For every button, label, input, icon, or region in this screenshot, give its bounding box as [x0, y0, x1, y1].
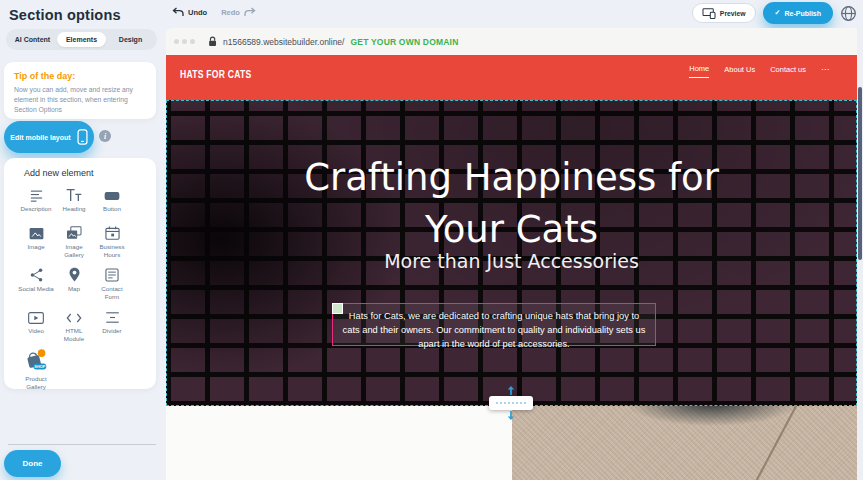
element-item-button[interactable]: Button: [93, 186, 131, 217]
business-hours-icon: [105, 224, 120, 240]
site-logo[interactable]: HATS FOR CATS: [180, 68, 251, 80]
add-element-card: Add new element Description Heading Butt…: [4, 158, 156, 389]
preview-scrollbar-track[interactable]: [857, 28, 863, 480]
add-element-title: Add new element: [24, 168, 94, 178]
element-label: Social Media: [18, 285, 53, 293]
resize-arrow-up-icon: [507, 386, 515, 395]
next-section-image[interactable]: [512, 406, 857, 480]
tab-design[interactable]: Design: [106, 32, 155, 47]
lock-icon: [208, 36, 217, 47]
element-label: Business Hours: [94, 243, 130, 259]
nav-more-icon[interactable]: ⋯: [821, 65, 829, 78]
element-item-video[interactable]: Video: [17, 308, 55, 343]
element-label: Button: [103, 205, 121, 213]
browser-dot: [190, 39, 195, 44]
panel-divider: [8, 444, 156, 445]
contact-form-icon: [105, 266, 119, 282]
page-title: Section options: [9, 7, 121, 23]
element-label: Divider: [102, 327, 121, 335]
nav-item-contact-us[interactable]: Contact us: [770, 65, 806, 78]
divider-icon: [105, 308, 120, 324]
element-item-map[interactable]: Map: [55, 266, 93, 301]
republish-button[interactable]: ✓ Re-Publish: [763, 2, 833, 24]
shop-badge-label: SHOP: [34, 364, 46, 369]
element-item-image-gallery[interactable]: Image Gallery: [55, 224, 93, 259]
undo-redo-group: Undo Redo: [172, 7, 256, 17]
hero-title[interactable]: Crafting Happiness for Your Cats: [277, 152, 747, 256]
hero-subtitle[interactable]: More than Just Accessories: [166, 250, 857, 272]
redo-icon: [244, 7, 256, 17]
browser-dot: [174, 39, 179, 44]
image-gallery-icon: [66, 224, 82, 240]
next-section-background[interactable]: [166, 406, 512, 480]
preview-button[interactable]: Preview: [692, 3, 756, 23]
preview-devices-icon: [702, 7, 716, 19]
info-icon[interactable]: i: [99, 130, 111, 142]
button-icon: [104, 186, 120, 202]
hero-section-selected[interactable]: Crafting Happiness for Your Cats More th…: [166, 100, 857, 406]
tip-title: Tip of the day:: [14, 71, 146, 81]
hero-paragraph-box-selected[interactable]: Hats for Cats, we are dedicated to craft…: [332, 303, 656, 346]
section-resize-widget: [486, 386, 536, 420]
site-url: n1566589.websitebuilder.online/: [223, 37, 344, 47]
tip-of-the-day-card: Tip of the day: Now you can add, move an…: [4, 62, 156, 119]
hero-paragraph: Hats for Cats, we are dedicated to craft…: [341, 310, 647, 352]
undo-label: Undo: [188, 8, 207, 17]
element-label: Image Gallery: [56, 243, 92, 259]
element-item-heading[interactable]: Heading: [55, 186, 93, 217]
element-label: Video: [28, 327, 44, 335]
element-label: Heading: [62, 205, 85, 213]
preview-scrollbar-thumb[interactable]: [858, 87, 862, 260]
app-root: Section options Undo Redo Preview ✓ Re-P…: [0, 0, 863, 480]
redo-label: Redo: [221, 8, 240, 17]
heading-icon: [66, 186, 82, 202]
element-item-html-module[interactable]: HTML Module: [55, 308, 93, 343]
site-header: HATS FOR CATS Home About Us Contact us ⋯: [166, 55, 857, 100]
resize-arrow-down-icon: [507, 411, 515, 420]
edit-mobile-layout-button[interactable]: Edit mobile layout: [4, 121, 94, 153]
checkmark-icon: ✓: [775, 9, 781, 17]
element-item-business-hours[interactable]: Business Hours: [93, 224, 131, 259]
video-icon: [28, 308, 44, 324]
done-button[interactable]: Done: [4, 450, 61, 477]
tab-ai-content[interactable]: AI Content: [8, 32, 57, 47]
element-item-social-media[interactable]: Social Media: [17, 266, 55, 301]
panel-tab-bar: AI Content Elements Design: [6, 29, 157, 50]
republish-label: Re-Publish: [784, 10, 821, 17]
map-icon: [68, 266, 81, 282]
preview-label: Preview: [720, 10, 746, 17]
undo-icon: [172, 7, 184, 17]
element-drag-handle[interactable]: [332, 303, 343, 314]
get-domain-link[interactable]: GET YOUR OWN DOMAIN: [350, 37, 458, 47]
globe-language-icon[interactable]: [840, 5, 857, 22]
element-label: Product Gallery: [18, 375, 54, 391]
image-icon: [29, 224, 44, 240]
social-media-icon: [29, 266, 44, 282]
browser-dot: [182, 39, 187, 44]
section-resize-handle[interactable]: [489, 396, 533, 410]
element-label: Description: [21, 205, 52, 213]
element-item-description[interactable]: Description: [17, 186, 55, 217]
element-item-contact-form[interactable]: Contact Form: [93, 266, 131, 301]
redo-button[interactable]: Redo: [221, 7, 256, 17]
tip-body: Now you can add, move and resize any ele…: [14, 85, 146, 115]
element-label: HTML Module: [56, 327, 92, 343]
element-grid: Description Heading Button Image: [17, 186, 131, 392]
nav-item-home[interactable]: Home: [689, 64, 709, 78]
product-gallery-icon: SHOP: [23, 350, 49, 372]
edit-mobile-label: Edit mobile layout: [10, 134, 70, 141]
nav-item-about-us[interactable]: About Us: [724, 65, 755, 78]
phone-icon: [77, 129, 88, 145]
element-label: Map: [68, 285, 80, 293]
tab-elements[interactable]: Elements: [57, 32, 106, 47]
element-label: Contact Form: [94, 285, 130, 301]
browser-address-bar: n1566589.websitebuilder.online/ GET YOUR…: [166, 28, 863, 55]
element-item-image[interactable]: Image: [17, 224, 55, 259]
toolbar-right: Preview ✓ Re-Publish: [692, 2, 857, 24]
element-label: Image: [27, 243, 44, 251]
site-nav: Home About Us Contact us ⋯: [689, 64, 829, 78]
html-module-icon: [66, 308, 82, 324]
undo-button[interactable]: Undo: [172, 7, 207, 17]
element-item-divider[interactable]: Divider: [93, 308, 131, 343]
element-item-product-gallery[interactable]: SHOP Product Gallery: [17, 350, 55, 391]
